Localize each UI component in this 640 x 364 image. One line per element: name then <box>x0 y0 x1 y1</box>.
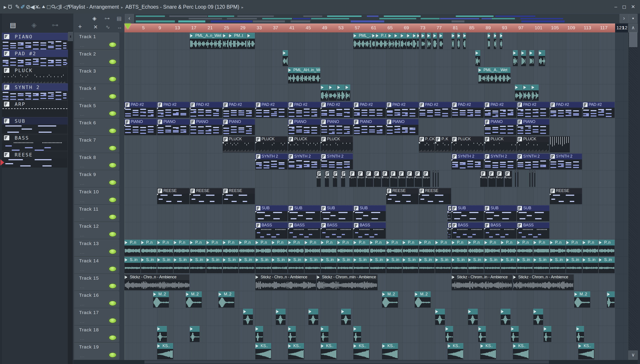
clip-audio[interactable] <box>531 84 539 101</box>
clip-pattern[interactable] <box>382 171 389 187</box>
track-mute-led[interactable] <box>109 232 117 237</box>
clip-header[interactable]: PAD #2 <box>452 102 484 108</box>
clip-p-n[interactable]: P..n <box>337 240 353 256</box>
clip-header[interactable] <box>382 171 389 176</box>
track-options-dots[interactable]: ... <box>80 268 85 272</box>
clip-header[interactable]: S..in <box>157 257 173 263</box>
navigator-overview[interactable] <box>134 14 620 23</box>
track-mute-led[interactable] <box>109 214 117 220</box>
clip-pattern[interactable] <box>317 171 321 187</box>
track-mute-led[interactable] <box>109 300 117 306</box>
track-options-dots[interactable]: ... <box>80 78 85 82</box>
clip-pattern[interactable] <box>517 171 518 187</box>
clip-piano[interactable]: PIANO <box>353 119 385 135</box>
clip-m-2[interactable]: M..2 <box>219 292 235 308</box>
clip-audio[interactable] <box>433 33 437 49</box>
clip-reese[interactable]: REESE <box>223 188 255 204</box>
curve-icon[interactable]: ∿ <box>103 23 112 31</box>
track-mute-led[interactable] <box>109 197 117 203</box>
clip-header[interactable] <box>468 309 478 314</box>
pattern-item-bass[interactable]: BASS <box>2 134 67 151</box>
clip-audio[interactable] <box>345 84 350 101</box>
clip-header[interactable] <box>448 205 451 211</box>
clip-p-n[interactable]: P..n <box>517 240 533 256</box>
clip-sub[interactable]: SUB <box>484 205 516 222</box>
clip-header[interactable] <box>337 84 345 90</box>
clip-pattern[interactable] <box>390 171 397 187</box>
clip-stickz-chrom-in-ambience[interactable]: Stickz - Chrom..in - Ambience <box>452 274 512 290</box>
clip-header[interactable]: SUB <box>452 205 484 211</box>
clip-ks-[interactable]: KS.. <box>513 343 529 359</box>
clip-pad-2[interactable]: PAD #2 <box>255 102 288 118</box>
track-header-2[interactable]: Track 2... <box>74 50 119 66</box>
clip-p-n[interactable]: P..n <box>124 240 140 256</box>
clip-header[interactable] <box>321 326 328 332</box>
clip-header[interactable]: P..n <box>173 240 189 246</box>
clip-header[interactable]: P..t <box>375 33 388 38</box>
clip-m-2[interactable]: M..2 <box>415 292 431 308</box>
clip-header[interactable] <box>398 171 406 176</box>
clip-s-in[interactable]: S..in <box>370 257 386 273</box>
clip-header[interactable] <box>407 33 412 38</box>
clip-header[interactable]: PLUCK <box>452 136 484 142</box>
clip-header[interactable]: SUB <box>288 205 320 211</box>
clip-header[interactable]: SYNTH 2 <box>517 154 549 159</box>
pattern-header[interactable]: PAD #2 <box>2 50 68 58</box>
track-options-dots[interactable]: ... <box>80 95 85 100</box>
clip-pattern[interactable] <box>448 222 451 238</box>
clip-pad-2[interactable]: PAD #2 <box>517 102 549 118</box>
clip-p-n[interactable]: P..n <box>304 240 320 256</box>
clip-header[interactable]: SUB <box>517 205 549 211</box>
clip-p-n[interactable]: P..n <box>550 240 566 256</box>
clip-pml-ah-in-wet[interactable]: PML_AH..in_Wet <box>288 67 320 84</box>
clip-header[interactable]: KS.. <box>578 343 594 349</box>
clip-audio[interactable] <box>421 33 425 49</box>
clip-audio[interactable] <box>288 326 296 342</box>
clip-audio[interactable] <box>513 50 518 66</box>
clip-p-n[interactable]: P..n <box>190 240 206 256</box>
track-header-9[interactable]: Track 9... <box>74 170 119 187</box>
clip-stickz-chrom-min-ambience[interactable]: Stickz - Chrom..min - Ambience <box>317 274 377 290</box>
clip-header[interactable]: PIANO <box>484 119 516 125</box>
clip-header[interactable]: PIANO <box>353 119 385 125</box>
clip-header[interactable]: P..n <box>484 240 500 246</box>
track-options-dots[interactable]: ... <box>80 302 85 306</box>
track-options-dots[interactable]: ... <box>80 233 85 238</box>
clip-header[interactable] <box>513 50 518 56</box>
clip-header[interactable]: PIANO <box>517 119 549 125</box>
clip-m-2[interactable]: M..2 <box>153 292 169 308</box>
clip-header[interactable] <box>413 33 416 38</box>
clip-audio[interactable] <box>488 33 490 49</box>
clip-header[interactable]: Stickz - Chro..n - Ambience <box>255 274 316 280</box>
track-mute-led[interactable] <box>109 146 117 151</box>
clip-audio[interactable] <box>407 33 412 49</box>
track-mute-led[interactable] <box>109 162 117 168</box>
clip-pattern[interactable] <box>515 171 516 187</box>
clip-s-in[interactable]: S..in <box>435 257 451 273</box>
clip-pluck[interactable]: PLUCK <box>517 136 549 152</box>
clip-header[interactable] <box>505 171 512 176</box>
track-options-dots[interactable]: ... <box>80 112 85 117</box>
clip-header[interactable]: S..in <box>386 257 402 263</box>
clip-header[interactable] <box>539 50 545 56</box>
pattern-item-piano[interactable]: PIANO <box>2 33 67 50</box>
clip-header[interactable]: P..n <box>124 240 140 246</box>
clip-p-n[interactable]: P..n <box>353 240 369 256</box>
track-options-dots[interactable]: ... <box>80 336 85 341</box>
clip-header[interactable]: S..in <box>124 257 140 263</box>
clip-header[interactable] <box>288 326 296 332</box>
track-header-15[interactable]: Track 15... <box>74 274 119 291</box>
clip-header[interactable]: S..in <box>353 257 369 263</box>
clip-audio[interactable] <box>337 84 345 101</box>
clip-bass[interactable]: BASS <box>255 222 288 238</box>
tab-patterns-audio[interactable]: ◈ <box>27 21 41 31</box>
clip-audio[interactable] <box>511 326 519 342</box>
clip-header[interactable] <box>341 171 345 176</box>
clip-header[interactable]: P..K <box>435 136 451 142</box>
clip-header[interactable]: P..n <box>288 240 304 246</box>
clip-header[interactable]: P..n <box>255 240 271 246</box>
clip-piano[interactable]: PIANO <box>517 119 549 135</box>
clip-pattern[interactable] <box>435 171 436 187</box>
clip-pad-2[interactable]: PAD #2 <box>550 102 582 118</box>
clip-header[interactable]: PAD #2 <box>386 102 418 108</box>
